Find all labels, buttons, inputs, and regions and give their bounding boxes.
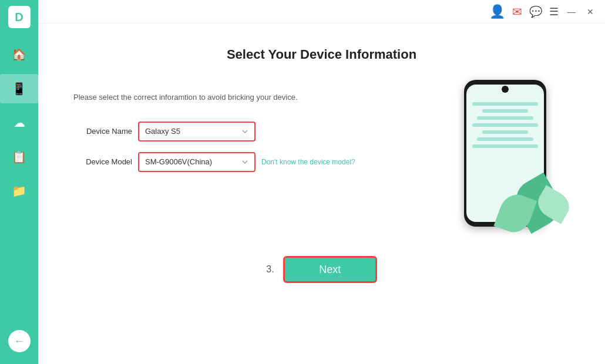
screen-line-7	[472, 144, 538, 148]
dont-know-link[interactable]: Don't know the device model?	[261, 158, 355, 166]
close-button[interactable]: ✕	[584, 7, 596, 16]
description-text: Please select the correct inforamtion to…	[73, 92, 367, 104]
content-area: Select Your Device Information Please se…	[38, 23, 605, 364]
page-title: Select Your Device Information	[227, 47, 416, 62]
device-name-row: Device Name Galaxy S5	[73, 122, 367, 141]
minimize-button[interactable]: —	[566, 7, 577, 16]
step-number: 3.	[266, 264, 274, 275]
screen-line-5	[482, 130, 528, 134]
sidebar-item-files[interactable]: 📋	[0, 142, 38, 171]
screen-line-2	[482, 109, 528, 113]
sidebar-nav: 🏠 📱 ☁ 📋 📁	[0, 40, 38, 330]
device-model-select[interactable]: SM-G9006V(China)	[138, 152, 256, 172]
screen-line-1	[472, 102, 538, 106]
phone-illustration	[441, 80, 570, 232]
device-name-label: Device Name	[73, 127, 132, 136]
backup-icon: ☁	[14, 116, 25, 130]
device-icon: 📱	[12, 82, 26, 96]
device-model-label: Device Model	[73, 157, 132, 166]
chat-icon[interactable]: 💬	[529, 5, 542, 18]
screen-line-3	[477, 116, 533, 120]
next-section: 3. Next	[73, 256, 570, 283]
next-button[interactable]: Next	[283, 256, 377, 283]
mail-icon[interactable]: ✉	[512, 5, 522, 19]
main-content: 👤 ✉ 💬 ☰ — ✕ Select Your Device Informati…	[38, 0, 605, 364]
leaves-decoration	[505, 180, 564, 238]
device-model-row: Device Model SM-G9006V(China) Don't know…	[73, 152, 367, 172]
app-logo[interactable]: D	[8, 6, 31, 28]
sidebar-item-device[interactable]: 📱	[0, 74, 38, 103]
sidebar-item-backup[interactable]: ☁	[0, 108, 38, 137]
phone-wrapper	[464, 80, 546, 232]
sidebar-item-folder[interactable]: 📁	[0, 176, 38, 205]
screen-line-4	[472, 123, 538, 127]
phone-notch	[502, 86, 509, 93]
menu-icon[interactable]: ☰	[549, 5, 559, 18]
device-name-select[interactable]: Galaxy S5	[138, 122, 256, 141]
form-section: Please select the correct inforamtion to…	[73, 92, 367, 183]
profile-icon[interactable]: 👤	[489, 4, 505, 19]
sidebar: D 🏠 📱 ☁ 📋 📁 ←	[0, 0, 38, 364]
files-icon: 📋	[12, 150, 26, 164]
sidebar-item-home[interactable]: 🏠	[0, 40, 38, 69]
home-icon: 🏠	[12, 48, 26, 62]
folder-icon: 📁	[12, 184, 26, 198]
titlebar: 👤 ✉ 💬 ☰ — ✕	[38, 0, 605, 23]
sidebar-bottom: ←	[8, 330, 31, 352]
back-button[interactable]: ←	[8, 330, 31, 352]
content-body: Please select the correct inforamtion to…	[73, 92, 570, 232]
screen-line-6	[477, 137, 533, 141]
